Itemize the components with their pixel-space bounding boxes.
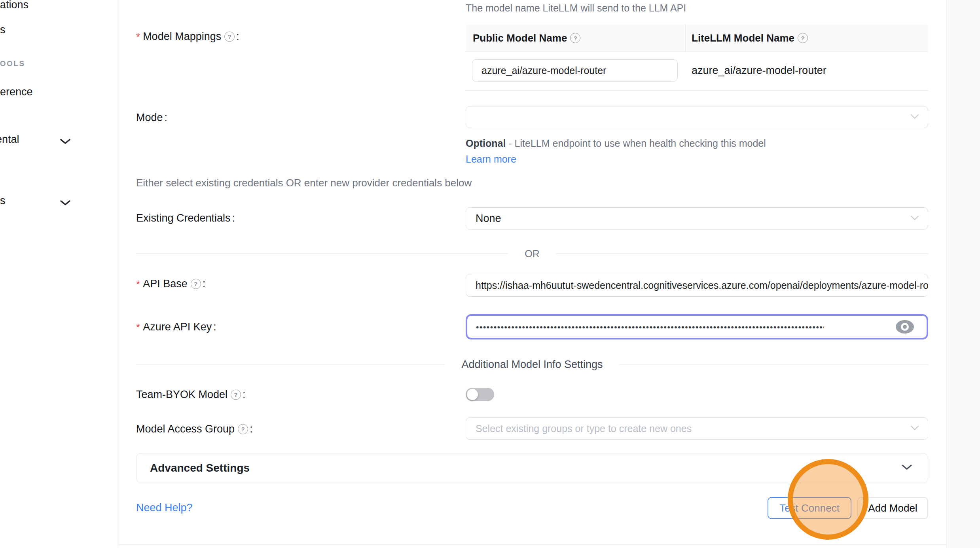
eye-icon[interactable]	[896, 320, 914, 334]
help-icon[interactable]	[798, 33, 808, 43]
card-bottom-border	[119, 544, 946, 545]
sidebar-section-tools: TOOLS	[0, 59, 25, 68]
need-help-link[interactable]: Need Help?	[136, 502, 193, 514]
sidebar-item-reference[interactable]: erence	[0, 86, 33, 98]
column-header-litellm-model-name: LiteLLM Model Name	[692, 25, 808, 51]
required-asterisk: *	[136, 322, 140, 332]
help-icon[interactable]	[224, 31, 235, 42]
or-divider: OR	[136, 248, 928, 260]
help-icon[interactable]	[231, 389, 241, 400]
table-column-divider	[685, 25, 686, 51]
column-header-public-model-name: Public Model Name	[473, 25, 580, 51]
divider-line	[136, 253, 508, 254]
litellm-model-name-value: azure_ai/azure-model-router	[692, 64, 826, 77]
divider-line	[556, 253, 928, 254]
additional-info-divider: Additional Model Info Settings	[136, 358, 928, 371]
chevron-down-icon	[910, 215, 919, 222]
model-access-group-select[interactable]: Select existing groups or type to create…	[466, 417, 928, 440]
chevron-down-icon[interactable]	[60, 200, 70, 207]
divider-line	[620, 364, 928, 365]
chevron-down-icon	[910, 425, 919, 432]
page-background-right	[946, 0, 980, 548]
required-asterisk: *	[136, 31, 140, 42]
mode-hint-text: Optional - LiteLLM endpoint to use when …	[466, 135, 788, 167]
help-icon[interactable]	[191, 279, 201, 289]
public-model-name-input[interactable]: azure_ai/azure-model-router	[472, 59, 678, 82]
model-mappings-label: * Model Mappings :	[136, 30, 239, 43]
help-icon[interactable]	[238, 424, 248, 434]
team-byok-toggle[interactable]	[466, 388, 494, 401]
sidebar-item-organizations[interactable]: ations	[0, 0, 28, 11]
mode-label: Mode:	[136, 112, 167, 124]
required-asterisk: *	[136, 279, 140, 289]
credentials-note: Either select existing credentials OR en…	[136, 177, 472, 189]
learn-more-link[interactable]: Learn more	[466, 154, 516, 165]
chevron-down-icon[interactable]	[60, 138, 70, 146]
test-connect-button[interactable]: Test Connect	[768, 497, 851, 519]
model-name-helper-text: The model name LiteLLM will send to the …	[466, 2, 686, 14]
chevron-down-icon	[902, 465, 912, 472]
mode-select[interactable]	[466, 106, 928, 128]
sidebar-item-experimental[interactable]: ental	[0, 133, 19, 146]
azure-api-key-label: * Azure API Key :	[136, 321, 216, 333]
team-byok-label: Team-BYOK Model :	[136, 389, 246, 401]
sidebar-item-settings[interactable]: s	[0, 195, 6, 207]
existing-credentials-label: Existing Credentials:	[136, 212, 235, 224]
table-row-border	[466, 90, 928, 91]
masked-password-value: ••••••••••••••••••••••••••••••••••••••••…	[467, 323, 824, 331]
model-access-group-label: Model Access Group :	[136, 423, 253, 435]
api-base-label: * API Base :	[136, 278, 205, 290]
divider-line	[136, 364, 445, 365]
api-base-input[interactable]: https://ishaa-mh6uutut-swedencentral.cog…	[466, 274, 928, 297]
azure-api-key-input[interactable]: ••••••••••••••••••••••••••••••••••••••••…	[466, 314, 928, 339]
advanced-settings-panel[interactable]: Advanced Settings	[136, 453, 928, 483]
add-model-form-page: ations s TOOLS erence ental s The model …	[0, 0, 980, 548]
sidebar: ations s TOOLS erence ental s	[0, 0, 118, 548]
help-icon[interactable]	[570, 33, 580, 43]
existing-credentials-select[interactable]: None	[466, 207, 928, 229]
chevron-down-icon	[910, 114, 919, 121]
sidebar-item-models[interactable]: s	[0, 24, 6, 36]
add-model-button[interactable]: Add Model	[857, 497, 928, 519]
toggle-knob	[467, 389, 478, 400]
